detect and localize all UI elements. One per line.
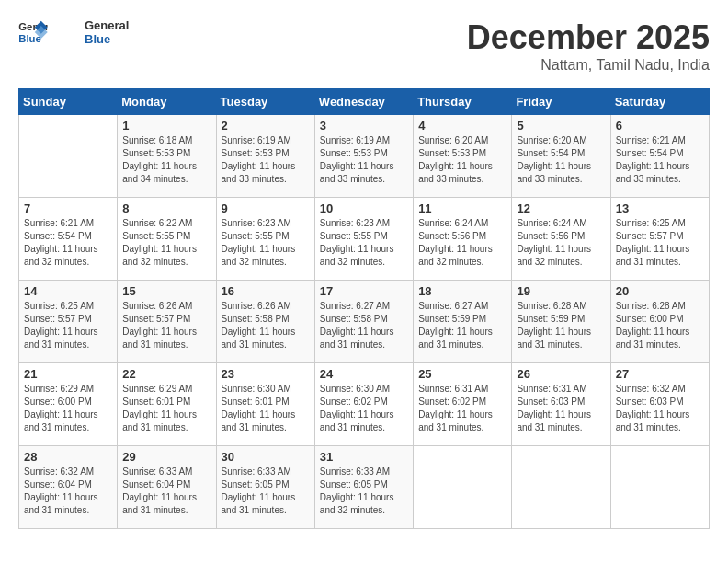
calendar-cell: 3Sunrise: 6:19 AM Sunset: 5:53 PM Daylig… xyxy=(314,115,413,198)
calendar-cell: 19Sunrise: 6:28 AM Sunset: 5:59 PM Dayli… xyxy=(512,281,610,363)
calendar-cell: 16Sunrise: 6:26 AM Sunset: 5:58 PM Dayli… xyxy=(216,281,314,363)
day-info: Sunrise: 6:31 AM Sunset: 6:03 PM Dayligh… xyxy=(517,383,605,434)
calendar-table: Sunday Monday Tuesday Wednesday Thursday… xyxy=(18,88,710,529)
calendar-cell: 1Sunrise: 6:18 AM Sunset: 5:53 PM Daylig… xyxy=(118,115,216,198)
day-info: Sunrise: 6:32 AM Sunset: 6:04 PM Dayligh… xyxy=(24,465,112,517)
calendar-cell: 23Sunrise: 6:30 AM Sunset: 6:01 PM Dayli… xyxy=(216,363,314,446)
day-number: 4 xyxy=(418,119,506,132)
day-info: Sunrise: 6:24 AM Sunset: 5:56 PM Dayligh… xyxy=(418,217,506,269)
month-title: December 2025 xyxy=(467,18,710,57)
calendar-cell: 11Sunrise: 6:24 AM Sunset: 5:56 PM Dayli… xyxy=(414,198,512,281)
day-info: Sunrise: 6:33 AM Sunset: 6:04 PM Dayligh… xyxy=(122,465,210,517)
calendar-cell: 24Sunrise: 6:30 AM Sunset: 6:02 PM Dayli… xyxy=(314,363,413,446)
calendar-cell: 29Sunrise: 6:33 AM Sunset: 6:04 PM Dayli… xyxy=(118,446,216,529)
day-number: 3 xyxy=(320,119,408,132)
calendar-week-4: 21Sunrise: 6:29 AM Sunset: 6:00 PM Dayli… xyxy=(19,363,710,446)
day-info: Sunrise: 6:22 AM Sunset: 5:55 PM Dayligh… xyxy=(122,217,210,269)
day-info: Sunrise: 6:26 AM Sunset: 5:58 PM Dayligh… xyxy=(222,300,310,351)
day-number: 10 xyxy=(320,201,408,215)
calendar-header: Sunday Monday Tuesday Wednesday Thursday… xyxy=(19,89,710,115)
day-info: Sunrise: 6:25 AM Sunset: 5:57 PM Dayligh… xyxy=(24,300,112,351)
day-number: 2 xyxy=(222,119,310,132)
calendar-cell: 8Sunrise: 6:22 AM Sunset: 5:55 PM Daylig… xyxy=(118,198,216,281)
day-number: 12 xyxy=(517,201,605,215)
day-info: Sunrise: 6:27 AM Sunset: 5:58 PM Dayligh… xyxy=(320,300,408,351)
day-number: 26 xyxy=(517,367,605,381)
calendar-cell: 17Sunrise: 6:27 AM Sunset: 5:58 PM Dayli… xyxy=(314,281,413,363)
day-number: 16 xyxy=(222,284,310,298)
day-info: Sunrise: 6:23 AM Sunset: 5:55 PM Dayligh… xyxy=(320,217,408,269)
calendar-cell: 15Sunrise: 6:26 AM Sunset: 5:57 PM Dayli… xyxy=(118,281,216,363)
calendar-cell: 10Sunrise: 6:23 AM Sunset: 5:55 PM Dayli… xyxy=(314,198,413,281)
calendar-cell: 18Sunrise: 6:27 AM Sunset: 5:59 PM Dayli… xyxy=(414,281,512,363)
day-info: Sunrise: 6:32 AM Sunset: 6:03 PM Dayligh… xyxy=(616,383,704,434)
day-info: Sunrise: 6:28 AM Sunset: 6:00 PM Dayligh… xyxy=(616,300,704,351)
calendar-cell xyxy=(19,115,118,198)
header-saturday: Saturday xyxy=(610,89,709,115)
day-number: 31 xyxy=(320,450,408,464)
calendar-cell: 22Sunrise: 6:29 AM Sunset: 6:01 PM Dayli… xyxy=(118,363,216,446)
calendar-cell: 30Sunrise: 6:33 AM Sunset: 6:05 PM Dayli… xyxy=(216,446,314,529)
calendar-cell: 2Sunrise: 6:19 AM Sunset: 5:53 PM Daylig… xyxy=(216,115,314,198)
day-info: Sunrise: 6:24 AM Sunset: 5:56 PM Dayligh… xyxy=(517,217,605,269)
day-number: 29 xyxy=(122,450,210,464)
day-info: Sunrise: 6:20 AM Sunset: 5:54 PM Dayligh… xyxy=(517,134,605,186)
header-wednesday: Wednesday xyxy=(314,89,413,115)
day-info: Sunrise: 6:21 AM Sunset: 5:54 PM Dayligh… xyxy=(24,217,112,269)
day-info: Sunrise: 6:19 AM Sunset: 5:53 PM Dayligh… xyxy=(320,134,408,186)
day-info: Sunrise: 6:29 AM Sunset: 6:01 PM Dayligh… xyxy=(122,383,210,434)
calendar-cell: 27Sunrise: 6:32 AM Sunset: 6:03 PM Dayli… xyxy=(610,363,709,446)
day-number: 21 xyxy=(24,367,112,381)
day-number: 22 xyxy=(122,367,210,381)
day-number: 28 xyxy=(24,450,112,464)
day-info: Sunrise: 6:19 AM Sunset: 5:53 PM Dayligh… xyxy=(222,134,310,186)
day-info: Sunrise: 6:18 AM Sunset: 5:53 PM Dayligh… xyxy=(122,134,210,186)
day-number: 1 xyxy=(122,119,210,132)
day-info: Sunrise: 6:21 AM Sunset: 5:54 PM Dayligh… xyxy=(616,134,704,186)
calendar-cell: 21Sunrise: 6:29 AM Sunset: 6:00 PM Dayli… xyxy=(19,363,118,446)
day-info: Sunrise: 6:27 AM Sunset: 5:59 PM Dayligh… xyxy=(418,300,506,351)
day-number: 23 xyxy=(222,367,310,381)
day-number: 30 xyxy=(222,450,310,464)
calendar-cell: 9Sunrise: 6:23 AM Sunset: 5:55 PM Daylig… xyxy=(216,198,314,281)
calendar-cell: 28Sunrise: 6:32 AM Sunset: 6:04 PM Dayli… xyxy=(19,446,118,529)
calendar-cell xyxy=(512,446,610,529)
day-info: Sunrise: 6:26 AM Sunset: 5:57 PM Dayligh… xyxy=(122,300,210,351)
day-info: Sunrise: 6:31 AM Sunset: 6:02 PM Dayligh… xyxy=(418,383,506,434)
calendar-body: 1Sunrise: 6:18 AM Sunset: 5:53 PM Daylig… xyxy=(19,115,710,529)
calendar-cell: 31Sunrise: 6:33 AM Sunset: 6:05 PM Dayli… xyxy=(314,446,413,529)
day-number: 8 xyxy=(122,201,210,215)
calendar-cell: 12Sunrise: 6:24 AM Sunset: 5:56 PM Dayli… xyxy=(512,198,610,281)
day-number: 14 xyxy=(24,284,112,298)
day-info: Sunrise: 6:30 AM Sunset: 6:02 PM Dayligh… xyxy=(320,383,408,434)
day-info: Sunrise: 6:33 AM Sunset: 6:05 PM Dayligh… xyxy=(222,465,310,517)
calendar-week-5: 28Sunrise: 6:32 AM Sunset: 6:04 PM Dayli… xyxy=(19,446,710,529)
page-header: General Blue General Blue December 2025 … xyxy=(18,18,710,74)
day-number: 9 xyxy=(222,201,310,215)
day-number: 18 xyxy=(418,284,506,298)
header-thursday: Thursday xyxy=(414,89,512,115)
header-monday: Monday xyxy=(118,89,216,115)
calendar-cell: 6Sunrise: 6:21 AM Sunset: 5:54 PM Daylig… xyxy=(610,115,709,198)
calendar-cell: 26Sunrise: 6:31 AM Sunset: 6:03 PM Dayli… xyxy=(512,363,610,446)
logo-blue: Blue xyxy=(85,32,129,46)
day-number: 11 xyxy=(418,201,506,215)
day-info: Sunrise: 6:29 AM Sunset: 6:00 PM Dayligh… xyxy=(24,383,112,434)
calendar-week-2: 7Sunrise: 6:21 AM Sunset: 5:54 PM Daylig… xyxy=(19,198,710,281)
day-number: 15 xyxy=(122,284,210,298)
logo-icon: General Blue xyxy=(18,19,48,45)
day-number: 25 xyxy=(418,367,506,381)
day-number: 19 xyxy=(517,284,605,298)
calendar-cell: 4Sunrise: 6:20 AM Sunset: 5:53 PM Daylig… xyxy=(414,115,512,198)
header-row: Sunday Monday Tuesday Wednesday Thursday… xyxy=(19,89,710,115)
logo-general: General xyxy=(85,18,129,32)
day-info: Sunrise: 6:20 AM Sunset: 5:53 PM Dayligh… xyxy=(418,134,506,186)
day-number: 5 xyxy=(517,119,605,132)
calendar-cell xyxy=(414,446,512,529)
header-friday: Friday xyxy=(512,89,610,115)
day-number: 27 xyxy=(616,367,704,381)
day-number: 7 xyxy=(24,201,112,215)
calendar-cell: 5Sunrise: 6:20 AM Sunset: 5:54 PM Daylig… xyxy=(512,115,610,198)
day-number: 20 xyxy=(616,284,704,298)
calendar-cell: 13Sunrise: 6:25 AM Sunset: 5:57 PM Dayli… xyxy=(610,198,709,281)
